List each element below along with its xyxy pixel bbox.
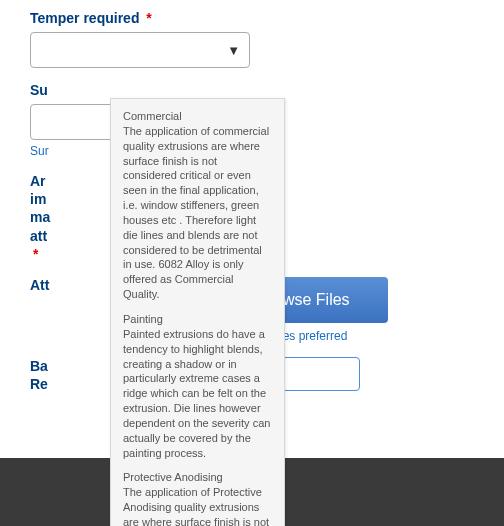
tooltip-commercial: Commercial The application of commercial… xyxy=(123,109,272,302)
bottom-label-part1: Ba xyxy=(30,358,48,374)
required-asterisk: * xyxy=(33,246,38,262)
important-label-part3: ma xyxy=(30,209,50,225)
tooltip-painting-body: Painted extrusions do have a tendency to… xyxy=(123,328,270,459)
tooltip-anodising: Protective Anodising The application of … xyxy=(123,470,272,526)
tooltip-commercial-title: Commercial xyxy=(123,110,182,122)
tooltip-anodising-body: The application of Protective Anodising … xyxy=(123,486,269,526)
tooltip-anodising-title: Protective Anodising xyxy=(123,471,223,483)
temper-label: Temper required * xyxy=(30,10,474,26)
temper-group: Temper required * ▼ xyxy=(30,10,474,68)
temper-label-text: Temper required xyxy=(30,10,139,26)
surface-label: Su xyxy=(30,82,474,98)
tooltip-commercial-body: The application of commercial quality ex… xyxy=(123,125,269,300)
tooltip-painting-title: Painting xyxy=(123,313,163,325)
important-label-part4: att xyxy=(30,228,47,244)
temper-select[interactable] xyxy=(30,32,250,68)
required-asterisk: * xyxy=(146,10,151,26)
tooltip-painting: Painting Painted extrusions do have a te… xyxy=(123,312,272,460)
surface-label-text: Su xyxy=(30,82,48,98)
important-label-part1: Ar xyxy=(30,173,46,189)
important-label-part2: im xyxy=(30,191,46,207)
attach-label: Att xyxy=(30,277,49,293)
temper-select-wrapper: ▼ xyxy=(30,32,250,68)
tooltip-popup: Commercial The application of commercial… xyxy=(110,98,285,526)
bottom-label-part2: Re xyxy=(30,376,48,392)
